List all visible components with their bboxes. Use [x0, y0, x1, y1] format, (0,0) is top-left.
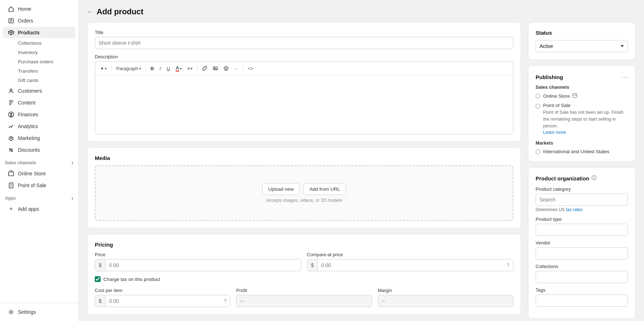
content-left: Title Description ✦ ▾ Paragraph [87, 22, 521, 315]
toolbar-divider-2 [146, 65, 146, 72]
bold-btn[interactable]: B [148, 64, 156, 73]
sidebar-item-marketing[interactable]: Marketing [3, 132, 75, 144]
collections-input[interactable] [536, 271, 628, 283]
channel-pos-radio[interactable] [536, 104, 540, 108]
ai-chevron: ▾ [105, 67, 107, 70]
apps-expand-icon[interactable]: › [72, 195, 73, 201]
compare-help-icon[interactable]: ? [503, 262, 513, 268]
margin-input[interactable] [378, 295, 513, 307]
sidebar-item-settings[interactable]: Settings [3, 306, 75, 318]
paragraph-selector[interactable]: Paragraph ▾ [114, 64, 143, 73]
sidebar-item-add-apps-label: Add apps [18, 206, 39, 212]
tax-rates-link[interactable]: tax rates [566, 207, 582, 212]
back-button[interactable]: ← [87, 9, 93, 15]
sidebar-sub-transfers[interactable]: Transfers [15, 67, 78, 76]
sidebar-item-online-store[interactable]: Online Store [3, 168, 75, 179]
status-select-wrap: Active Draft Archived [536, 40, 628, 52]
market-radio[interactable] [536, 150, 540, 154]
link-btn[interactable] [200, 64, 209, 72]
emoji-btn[interactable] [221, 64, 231, 72]
media-title: Media [95, 155, 513, 161]
channel-pos-learn-more[interactable]: Learn more [543, 130, 566, 135]
image-toolbar-btn[interactable] [211, 64, 220, 72]
svg-point-12 [225, 68, 226, 68]
sidebar-item-add-apps[interactable]: + Add apps [3, 203, 75, 215]
sidebar-sub-purchase-orders[interactable]: Purchase orders [15, 57, 78, 66]
sidebar-item-orders[interactable]: Orders [3, 15, 75, 26]
collections-field: Collections [536, 264, 628, 283]
description-editor-wrapper: ✦ ▾ Paragraph ▾ B I U [95, 61, 513, 134]
underline-btn[interactable]: U [165, 64, 172, 73]
compare-prefix: $ [307, 259, 318, 271]
add-from-url-btn[interactable]: Add from URL [303, 183, 346, 195]
products-icon [8, 29, 14, 36]
product-type-input[interactable] [536, 224, 628, 236]
more-btn[interactable]: ··· [232, 64, 240, 73]
sidebar: Home Orders Products Collections Invento… [0, 0, 79, 321]
sidebar-item-finances-label: Finances [18, 112, 38, 117]
title-card: Title Description ✦ ▾ Paragraph [87, 22, 521, 142]
sales-channels-expand-icon[interactable]: › [72, 160, 73, 166]
ai-toolbar-btn[interactable]: ✦ ▾ [98, 64, 109, 73]
publishing-more-btn[interactable]: ⋯ [621, 73, 628, 81]
italic-btn[interactable]: I [157, 64, 163, 73]
cost-input[interactable] [106, 295, 220, 307]
media-card: Media Upload new Add from URL Accepts im… [87, 147, 521, 228]
toolbar-divider-1 [111, 65, 112, 72]
channel-pos: Point of Sale Point of Sale has not been… [536, 103, 628, 136]
sidebar-item-home-label: Home [18, 6, 31, 12]
sidebar-item-products-label: Products [18, 30, 40, 35]
publishing-card: Publishing ⋯ Sales channels Online Store [528, 65, 635, 162]
sidebar-item-discounts[interactable]: Discounts [3, 144, 75, 156]
cost-prefix: $ [95, 295, 106, 307]
customers-icon [8, 88, 14, 94]
align-btn[interactable]: ≡ ▾ [185, 64, 195, 73]
pricing-row: Price $ Compare-at price $ ? [95, 252, 513, 271]
publishing-header: Publishing ⋯ [536, 73, 628, 81]
price-input[interactable] [106, 259, 301, 271]
channel-online-store-radio[interactable] [536, 94, 540, 98]
charge-tax-checkbox[interactable] [95, 276, 101, 282]
add-apps-icon: + [8, 206, 14, 212]
sidebar-sub-inventory[interactable]: Inventory [15, 48, 78, 57]
market-name: International and United States [543, 149, 609, 154]
description-textarea[interactable] [95, 76, 513, 133]
tags-label: Tags [536, 287, 628, 293]
vendor-label: Vendor [536, 240, 628, 245]
sidebar-item-discounts-label: Discounts [18, 147, 40, 153]
product-org-info-icon[interactable]: ⓘ [591, 175, 596, 181]
home-icon [8, 6, 14, 12]
sidebar-item-pos[interactable]: Point of Sale [3, 180, 75, 191]
finances-icon [8, 111, 14, 118]
sidebar-item-marketing-label: Marketing [18, 135, 40, 141]
price-label: Price [95, 252, 301, 257]
profit-input[interactable] [236, 295, 372, 307]
sidebar-item-content-label: Content [18, 100, 35, 106]
sidebar-sub-gift-cards[interactable]: Gift cards [15, 76, 78, 85]
status-card: Status Active Draft Archived [528, 22, 635, 60]
status-select[interactable]: Active Draft Archived [536, 40, 628, 52]
code-btn[interactable]: <> [246, 64, 255, 73]
sidebar-item-finances[interactable]: Finances [3, 109, 75, 120]
vendor-input[interactable] [536, 247, 628, 259]
sidebar-item-customers[interactable]: Customers [3, 85, 75, 97]
svg-point-13 [226, 68, 227, 68]
ai-icon: ✦ [100, 66, 104, 71]
sidebar-item-content[interactable]: Content [3, 97, 75, 108]
online-store-calendar-icon[interactable] [572, 93, 577, 99]
tags-input[interactable] [536, 295, 628, 307]
compare-input[interactable] [318, 259, 503, 271]
category-field: Product category Determines US tax rates [536, 186, 628, 212]
compare-input-wrap: $ ? [307, 259, 513, 271]
category-input[interactable] [536, 194, 628, 206]
upload-new-btn[interactable]: Upload new [262, 183, 300, 195]
charge-tax-label[interactable]: Charge tax on this product [103, 277, 160, 282]
sidebar-item-analytics[interactable]: Analytics [3, 121, 75, 132]
sidebar-item-home[interactable]: Home [3, 3, 75, 15]
title-input[interactable] [95, 37, 513, 49]
text-color-btn[interactable]: A ▾ [174, 64, 184, 73]
sidebar-sub-collections[interactable]: Collections [15, 39, 78, 48]
media-upload-area: Upload new Add from URL Accepts images, … [95, 165, 513, 221]
sidebar-item-products[interactable]: Products [3, 27, 75, 38]
cost-help-icon[interactable]: ? [220, 298, 230, 304]
